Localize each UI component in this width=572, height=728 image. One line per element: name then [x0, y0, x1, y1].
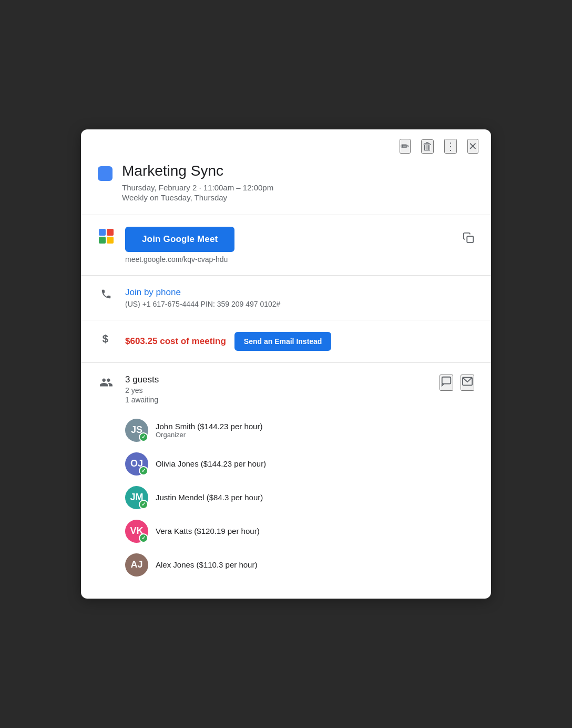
svg-rect-2 [99, 237, 106, 244]
guest-info: Justin Mendel ($84.3 per hour) [156, 493, 263, 502]
avatar: VK✓ [125, 520, 148, 543]
cost-content: $603.25 cost of meeting Send an Email In… [125, 332, 474, 351]
join-by-phone-link[interactable]: Join by phone [125, 287, 474, 298]
avatar: JM✓ [125, 486, 148, 509]
cost-icon: $ [98, 333, 115, 345]
join-meet-button[interactable]: Join Google Meet [125, 227, 234, 252]
event-header: Marketing Sync Thursday, February 2 · 11… [81, 158, 491, 210]
toolbar: ✏ 🗑 ⋮ ✕ [81, 129, 491, 158]
meet-link: meet.google.com/kqv-cvap-hdu [125, 255, 474, 264]
svg-rect-1 [107, 229, 114, 236]
guest-item: JS✓John Smith ($144.23 per hour)Organize… [125, 413, 474, 447]
guests-section: 3 guests 2 yes 1 awaiting [81, 367, 491, 411]
guest-info: Olivia Jones ($144.23 per hour) [156, 459, 266, 468]
phone-details: (US) +1 617-675-4444 PIN: 359 209 497 01… [125, 300, 474, 308]
event-date: Thursday, February 2 · 11:00am – 12:00pm [122, 183, 273, 192]
svg-rect-6 [442, 377, 451, 384]
avatar: OJ✓ [125, 452, 148, 476]
meet-section: Join Google Meet meet.google.com/kqv-cva… [81, 219, 491, 271]
guests-awaiting: 1 awaiting [125, 396, 429, 404]
guest-item: VK✓Vera Katts ($120.19 per hour) [125, 514, 474, 548]
event-recurrence: Weekly on Tuesday, Thursday [122, 193, 273, 202]
avatar: AJ [125, 553, 148, 577]
meet-icon [98, 228, 115, 245]
close-button[interactable]: ✕ [467, 139, 478, 154]
cost-section: $ $603.25 cost of meeting Send an Email … [81, 325, 491, 358]
guests-content: 3 guests 2 yes 1 awaiting [125, 375, 429, 404]
event-title: Marketing Sync [122, 162, 273, 180]
svg-rect-0 [99, 229, 106, 236]
guest-info: Vera Katts ($120.19 per hour) [156, 527, 260, 535]
guest-name: Alex Jones ($110.3 per hour) [156, 560, 257, 569]
guest-info: Alex Jones ($110.3 per hour) [156, 560, 257, 569]
guest-chat-button[interactable] [440, 375, 453, 391]
guest-info: John Smith ($144.23 per hour)Organizer [156, 422, 262, 439]
cost-row: $603.25 cost of meeting Send an Email In… [125, 332, 474, 351]
event-color-indicator [98, 166, 113, 181]
svg-rect-4 [467, 237, 473, 243]
avatar: JS✓ [125, 419, 148, 442]
meet-row: Join Google Meet [125, 227, 474, 252]
avatar-image: AJ [125, 553, 148, 577]
guest-item: AJAlex Jones ($110.3 per hour) [125, 548, 474, 582]
guest-list: JS✓John Smith ($144.23 per hour)Organize… [81, 411, 491, 582]
avatar-check-icon: ✓ [139, 432, 148, 442]
guest-role: Organizer [156, 431, 262, 439]
avatar-check-icon: ✓ [139, 533, 148, 543]
guest-email-button[interactable] [461, 375, 474, 391]
svg-rect-3 [107, 237, 114, 244]
guest-name: John Smith ($144.23 per hour) [156, 422, 262, 431]
send-email-button[interactable]: Send an Email Instead [234, 332, 332, 351]
guests-icon [98, 376, 115, 389]
avatar-check-icon: ✓ [139, 466, 148, 476]
delete-button[interactable]: 🗑 [421, 139, 434, 154]
svg-text:$: $ [103, 333, 108, 345]
guest-name: Justin Mendel ($84.3 per hour) [156, 493, 263, 502]
event-card: ✏ 🗑 ⋮ ✕ Marketing Sync Thursday, Februar… [81, 129, 491, 599]
guest-name: Vera Katts ($120.19 per hour) [156, 527, 260, 535]
avatar-check-icon: ✓ [139, 500, 148, 509]
guest-item: JM✓Justin Mendel ($84.3 per hour) [125, 481, 474, 514]
guest-actions [440, 375, 474, 391]
guest-item: OJ✓Olivia Jones ($144.23 per hour) [125, 447, 474, 481]
guests-label: 3 guests [125, 375, 429, 385]
more-button[interactable]: ⋮ [444, 139, 457, 154]
phone-section: Join by phone (US) +1 617-675-4444 PIN: … [81, 280, 491, 316]
meet-content: Join Google Meet meet.google.com/kqv-cva… [125, 227, 474, 264]
guests-yes: 2 yes [125, 386, 429, 395]
phone-icon [98, 288, 115, 300]
guest-name: Olivia Jones ($144.23 per hour) [156, 459, 266, 468]
phone-content: Join by phone (US) +1 617-675-4444 PIN: … [125, 287, 474, 308]
edit-button[interactable]: ✏ [400, 139, 411, 154]
cost-text: $603.25 cost of meeting [125, 336, 226, 347]
copy-link-button[interactable] [463, 232, 474, 246]
